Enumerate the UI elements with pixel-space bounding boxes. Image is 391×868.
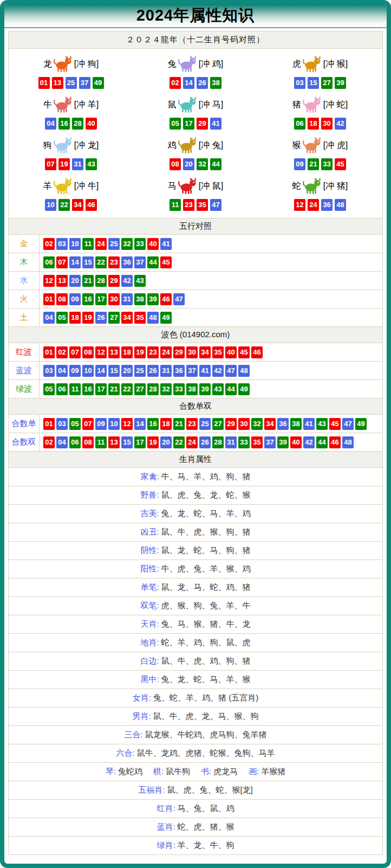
number-ball: 07 [69, 346, 81, 358]
zodiac-animal-label: 鼠 [168, 99, 177, 111]
number-ball: 09 [69, 293, 81, 305]
number-ball: 20 [183, 158, 194, 170]
attribute-label: 绿肖: [157, 840, 175, 850]
attribute-label: 六合: [116, 748, 134, 757]
attribute-row: 凶丑:鼠、牛、虎、猴、狗、猪 [9, 523, 382, 541]
number-ball: 07 [82, 418, 94, 430]
number-ball: 36 [121, 256, 133, 268]
attribute-pair: 书:虎龙马 [201, 767, 238, 777]
attribute-value: 鼠牛狗 [166, 767, 190, 776]
number-ball: 10 [69, 238, 81, 250]
number-ball: 22 [173, 436, 185, 448]
number-ball: 45 [329, 418, 341, 430]
page-title: 2024年属性知识 [4, 4, 387, 28]
number-ball: 36 [173, 365, 185, 377]
attribute-value: 鼠、虎、兔、龙、蛇、猴 [161, 490, 251, 499]
zodiac-grid: 龙[冲 狗]0113253749兔[冲 鸡]02142638虎[冲 猴]0315… [9, 48, 382, 218]
attribute-label: 棋: [153, 767, 164, 776]
attribute-pair: 蓝肖:蛇、虎、猪、猴 [157, 822, 234, 832]
number-ball: 29 [225, 418, 237, 430]
attribute-pair: 阴性:鼠、龙、蛇、马、狗、猪 [140, 545, 250, 556]
number-ball: 07 [56, 256, 68, 268]
number-ball: 39 [335, 77, 346, 89]
number-ball: 42 [212, 365, 224, 377]
pig-icon [302, 96, 322, 113]
number-ball: 14 [69, 256, 81, 268]
number-ball: 38 [210, 77, 221, 89]
number-ball: 02 [170, 77, 181, 89]
attribute-row: 阳性:牛、虎、兔、羊、猴、鸡 [9, 560, 382, 578]
number-ball: 39 [277, 436, 289, 448]
number-ball: 12 [43, 275, 55, 287]
zodiac-number-row: 10223446 [9, 199, 133, 211]
number-ball: 27 [321, 77, 333, 89]
number-ball: 06 [294, 118, 305, 130]
number-ball: 02 [43, 238, 55, 250]
zodiac-animal-label: 羊 [43, 181, 52, 192]
zodiac-number-row: 03152739 [258, 77, 382, 89]
wuxing-table: 金02031011242532334041木060714152223363744… [9, 234, 382, 326]
zodiac-clash-label: [冲 马] [199, 99, 223, 111]
attribute-label: 单笔: [140, 582, 159, 591]
number-ball: 06 [56, 383, 68, 395]
subtitle: ２０２４龍年（十二生肖号码对照） [9, 31, 382, 48]
number-ball: 28 [147, 383, 159, 395]
zodiac-cell-header: 狗[冲 龙] [9, 134, 133, 157]
number-ball: 31 [225, 436, 237, 448]
number-ball: 32 [160, 383, 172, 395]
number-ball: 16 [58, 118, 70, 130]
row-label: 水 [9, 272, 40, 290]
number-ball: 01 [38, 77, 50, 89]
number-ball: 46 [251, 346, 263, 358]
attribute-pair: 六合:鼠牛、龙鸡、虎猪、蛇猴、兔狗、马羊 [116, 748, 275, 758]
number-ball: 14 [95, 365, 107, 377]
number-ball: 33 [321, 158, 333, 170]
number-ball: 39 [147, 293, 159, 305]
zodiac-number-row: 12243648 [258, 199, 382, 211]
zodiac-clash-label: [冲 鼠] [199, 181, 223, 192]
attribute-value: 鼠、牛、虎、猴、狗、猪 [161, 527, 251, 536]
number-ball: 24 [160, 346, 172, 358]
number-ball: 46 [329, 436, 341, 448]
attribute-pair: 双笔:虎、猴、狗、兔、羊、牛 [140, 601, 250, 611]
attribute-pair: 黑中:兔、龙、蛇、马、羊、猴 [140, 674, 250, 685]
zodiac-number-row: 06183042 [258, 118, 382, 130]
attribute-label: 男肖: [132, 711, 151, 721]
number-ball: 10 [82, 365, 94, 377]
number-ball: 35 [197, 199, 208, 211]
number-ball: 20 [160, 436, 172, 448]
number-ball: 40 [147, 238, 159, 250]
row-label: 合数双 [9, 433, 40, 451]
number-ball: 07 [45, 158, 56, 170]
attribute-label: 地肖: [140, 638, 159, 647]
number-ball: 49 [160, 312, 172, 324]
number-ball: 25 [66, 77, 77, 89]
attribute-label: 阴性: [140, 545, 159, 555]
attribute-row: 蓝肖:蛇、虎、猪、猴 [9, 818, 382, 836]
zodiac-clash-label: [冲 鸡] [199, 59, 223, 70]
number-ball: 26 [197, 77, 208, 89]
horse-icon [178, 177, 197, 195]
attribute-value: 兔、龙、蛇、马、羊、猴 [161, 674, 251, 684]
number-ball: 31 [72, 158, 83, 170]
zodiac-animal-label: 牛 [43, 99, 52, 111]
number-ball: 33 [134, 238, 146, 250]
number-ball: 43 [86, 158, 97, 170]
zodiac-clash-label: [冲 虎] [323, 140, 348, 151]
attribute-label: 黑中: [140, 674, 159, 684]
number-ball: 21 [308, 158, 319, 170]
attribute-pair: 琴:兔蛇鸡 [106, 767, 142, 777]
attribute-value: 羊、龙、牛、狗 [178, 840, 234, 850]
number-ball: 18 [308, 118, 319, 130]
attribute-value: 兔、马、猴、猪、牛、龙 [161, 619, 251, 628]
zodiac-clash-label: [冲 兔] [199, 140, 223, 151]
number-ball: 01 [43, 293, 55, 305]
number-ball: 47 [173, 293, 185, 305]
zodiac-number-row: 04162840 [9, 118, 133, 130]
number-ball: 13 [108, 436, 120, 448]
attribute-label: 琴: [106, 767, 116, 776]
number-ball: 33 [238, 436, 250, 448]
zodiac-animal-label: 兔 [168, 59, 177, 70]
number-ball: 18 [69, 312, 81, 324]
number-ball: 44 [225, 383, 237, 395]
